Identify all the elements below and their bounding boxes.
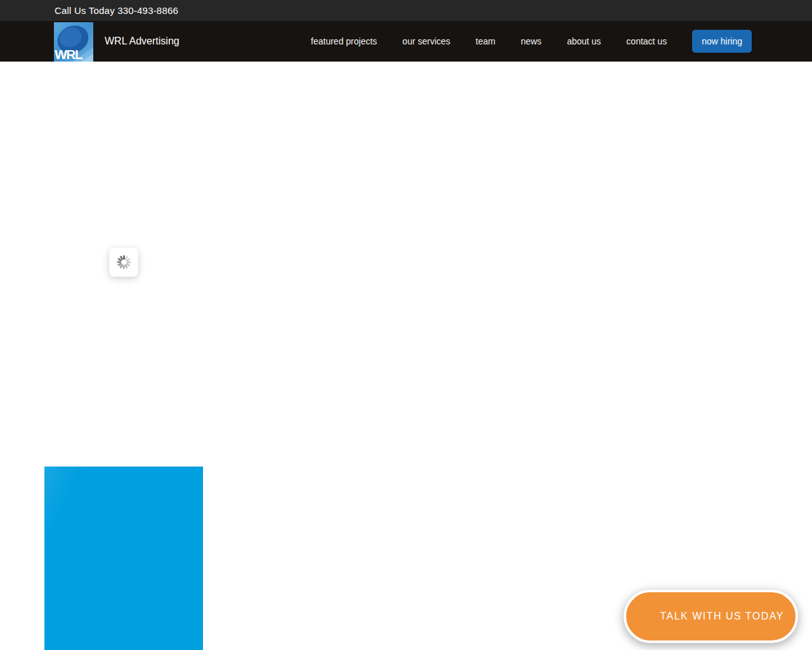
logo-text: WRL: [55, 47, 83, 62]
nav-item-about-us[interactable]: about us: [567, 36, 601, 46]
nav-item-featured-projects[interactable]: featured projects: [311, 36, 377, 46]
spinner-icon: [115, 253, 133, 271]
phone-number[interactable]: Call Us Today 330-493-8866: [55, 5, 178, 16]
loading-spinner-card: [109, 248, 138, 277]
topbar: Call Us Today 330-493-8866: [0, 0, 812, 21]
brand-title[interactable]: WRL Advertising: [105, 36, 180, 47]
wrl-logo[interactable]: WRL: [54, 22, 93, 62]
nav-item-contact-us[interactable]: contact us: [626, 36, 667, 46]
now-hiring-button[interactable]: now hiring: [692, 30, 752, 53]
navbar: WRL WRL Advertising featured projects ou…: [0, 21, 812, 62]
main-content: TALK WITH US TODAY: [0, 62, 812, 650]
talk-with-us-label: TALK WITH US TODAY: [660, 611, 784, 622]
nav-item-team[interactable]: team: [476, 36, 495, 46]
nav-menu: featured projects our services team news…: [311, 30, 752, 53]
blue-image-placeholder: [44, 467, 203, 650]
talk-with-us-button[interactable]: TALK WITH US TODAY: [624, 590, 798, 643]
nav-item-our-services[interactable]: our services: [402, 36, 450, 46]
nav-item-news[interactable]: news: [521, 36, 542, 46]
